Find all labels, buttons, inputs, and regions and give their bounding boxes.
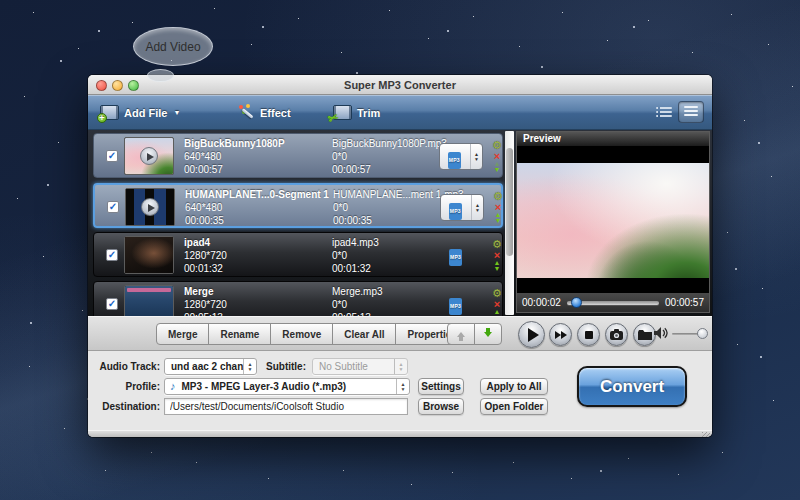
move-down-button[interactable] xyxy=(474,323,502,345)
format-stepper[interactable]: ▲▼ xyxy=(471,195,483,220)
scrollbar-thumb[interactable] xyxy=(506,148,513,256)
output-resolution: 0*0 xyxy=(332,150,444,163)
merge-button[interactable]: Merge xyxy=(156,323,209,345)
volume-slider-thumb[interactable] xyxy=(697,328,708,339)
camera-icon xyxy=(610,329,623,340)
mp3-note-icon: ♪MP3 xyxy=(451,147,460,166)
row-settings-icon[interactable]: ⚙ xyxy=(492,140,502,151)
settings-button[interactable]: Settings xyxy=(418,378,464,395)
audio-track-label: Audio Track: xyxy=(88,361,160,372)
file-list: ✓ BigBuckBunny1080P 640*480 00:00:57 Big… xyxy=(88,130,712,316)
file-duration: 00:00:35 xyxy=(185,214,329,227)
move-up-button[interactable] xyxy=(447,323,475,345)
output-name: HUMANPLANE...ment 1.mp3 xyxy=(333,188,445,201)
destination-input[interactable] xyxy=(164,398,408,415)
list-action-buttons: Merge Rename Remove Clear All Properties xyxy=(156,323,469,345)
format-stepper[interactable]: ▲▼ xyxy=(470,144,482,169)
scissors-icon: ✂ xyxy=(326,110,340,127)
rename-button[interactable]: Rename xyxy=(208,323,271,345)
mp3-note-icon: ♪MP3 xyxy=(452,244,461,263)
open-output-button[interactable] xyxy=(633,323,656,346)
add-video-tooltip-tail xyxy=(147,69,174,82)
apply-to-all-button[interactable]: Apply to All xyxy=(480,378,548,395)
check-icon: ✓ xyxy=(108,249,116,260)
file-name: HUMANPLANET...0-Segment 1 xyxy=(185,188,329,201)
output-resolution: 0*0 xyxy=(332,249,444,262)
snapshot-button[interactable] xyxy=(605,323,628,346)
effect-button[interactable]: Effect xyxy=(238,95,291,130)
chevron-down-icon: ▼ xyxy=(173,109,180,116)
resize-grip[interactable] xyxy=(702,432,710,437)
add-file-icon: + xyxy=(100,105,119,120)
subtitle-label: Subtitle: xyxy=(236,361,306,372)
effect-wand-icon xyxy=(238,104,255,121)
row-remove-icon[interactable]: × xyxy=(494,250,500,260)
row-checkbox[interactable]: ✓ xyxy=(106,150,118,162)
check-icon: ✓ xyxy=(108,150,116,161)
open-folder-button[interactable]: Open Folder xyxy=(480,398,548,415)
row-move-down-icon[interactable]: ▼ xyxy=(494,167,501,173)
row-checkbox[interactable]: ✓ xyxy=(107,201,119,213)
row-remove-icon[interactable]: × xyxy=(494,299,500,309)
row-settings-icon[interactable]: ⚙ xyxy=(492,239,502,250)
list-view-button[interactable] xyxy=(678,101,704,123)
browse-button[interactable]: Browse xyxy=(418,398,464,415)
output-resolution: 0*0 xyxy=(332,298,444,311)
file-resolution: 1280*720 xyxy=(184,298,328,311)
format-dropdown[interactable]: ♪MP3 ▲▼ xyxy=(439,143,483,170)
check-icon: ✓ xyxy=(109,201,117,212)
subtitle-select[interactable]: No Subtitle ▲▼ xyxy=(312,358,408,375)
format-dropdown[interactable]: ♪MP3 ▲▼ xyxy=(440,194,484,221)
effect-label: Effect xyxy=(260,107,291,119)
add-video-tooltip: Add Video xyxy=(133,27,213,66)
remove-button[interactable]: Remove xyxy=(270,323,333,345)
fast-forward-button[interactable] xyxy=(549,323,572,346)
video-thumbnail xyxy=(124,236,174,274)
convert-button[interactable]: Convert xyxy=(577,366,687,407)
stop-button[interactable] xyxy=(577,323,600,346)
row-settings-icon[interactable]: ⚙ xyxy=(493,191,503,202)
file-name: Merge xyxy=(184,285,328,298)
clear-all-button[interactable]: Clear All xyxy=(332,323,396,345)
row-move-up-icon[interactable]: ▲ xyxy=(494,161,501,167)
play-overlay-icon[interactable] xyxy=(141,198,159,216)
video-thumbnail xyxy=(125,188,175,226)
row-checkbox[interactable]: ✓ xyxy=(106,249,118,261)
window-title: Super MP3 Converter xyxy=(88,79,712,91)
stop-icon xyxy=(585,331,593,339)
file-row[interactable]: ✓ BigBuckBunny1080P 640*480 00:00:57 Big… xyxy=(93,133,503,178)
move-buttons xyxy=(448,323,502,345)
profile-select[interactable]: ♪ MP3 - MPEG Layer-3 Audio (*.mp3) ▲▼ xyxy=(164,378,410,395)
check-icon: ✓ xyxy=(108,298,116,309)
add-file-button[interactable]: + Add File ▼ xyxy=(100,95,180,130)
title-bar[interactable]: Super MP3 Converter xyxy=(88,75,712,95)
seek-slider-thumb[interactable] xyxy=(571,297,582,308)
file-name: ipad4 xyxy=(184,236,328,249)
file-row-selected[interactable]: ✓ HUMANPLANET...0-Segment 1 640*480 00:0… xyxy=(93,183,503,228)
list-scrollbar[interactable] xyxy=(505,131,514,315)
output-name: ipad4.mp3 xyxy=(332,236,444,249)
row-settings-icon[interactable]: ⚙ xyxy=(492,288,502,299)
preview-pane: Preview 00:00:02 00:00:57 xyxy=(516,131,710,313)
row-move-down-icon[interactable]: ▼ xyxy=(494,266,501,272)
app-window: Super MP3 Converter + Add File ▼ Effect … xyxy=(88,75,712,437)
row-remove-icon[interactable]: × xyxy=(494,151,500,161)
main-toolbar: + Add File ▼ Effect ✂ Trim xyxy=(88,95,712,130)
fast-forward-icon xyxy=(555,331,567,339)
add-video-tooltip-label: Add Video xyxy=(145,40,200,54)
file-row[interactable]: ✓ ipad4 1280*720 00:01:32 ipad4.mp3 0*0 … xyxy=(93,232,503,277)
play-overlay-icon[interactable] xyxy=(140,147,158,165)
trim-button[interactable]: ✂ Trim xyxy=(333,95,380,130)
output-duration: 00:00:35 xyxy=(333,214,445,227)
play-icon xyxy=(528,328,539,342)
row-remove-icon[interactable]: × xyxy=(495,202,501,212)
row-move-down-icon[interactable]: ▼ xyxy=(495,218,502,224)
seek-slider[interactable] xyxy=(567,301,659,305)
volume-slider[interactable] xyxy=(672,333,706,335)
play-button[interactable] xyxy=(518,321,545,348)
detail-view-button[interactable] xyxy=(656,105,672,119)
row-checkbox[interactable]: ✓ xyxy=(106,298,118,310)
file-name: BigBuckBunny1080P xyxy=(184,137,328,150)
file-duration: 00:00:57 xyxy=(184,163,328,176)
preview-video[interactable] xyxy=(517,147,709,293)
